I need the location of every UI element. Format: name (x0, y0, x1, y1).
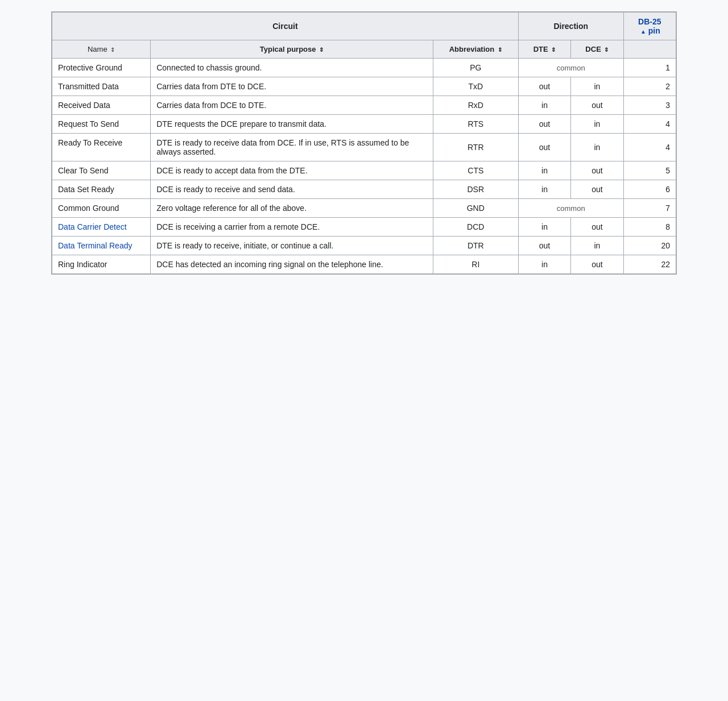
name-sort-icon: ⇕ (110, 47, 115, 53)
direction-header: Direction (518, 13, 623, 40)
purpose-sort-icon: ⇕ (319, 47, 324, 53)
table-row: Transmitted DataCarries data from DTE to… (52, 77, 676, 96)
pin-cell: 7 (623, 199, 676, 218)
dce-cell: in (571, 77, 623, 96)
purpose-cell: DCE is ready to receive and send data. (151, 180, 433, 199)
dte-cell: out (518, 237, 570, 255)
abbr-cell: DTR (433, 237, 518, 255)
purpose-cell: Zero voltage reference for all of the ab… (151, 199, 433, 218)
table-row: Request To SendDTE requests the DCE prep… (52, 115, 676, 134)
name-cell[interactable]: Data Terminal Ready (52, 237, 151, 255)
dte-sort-icon: ⇕ (551, 47, 556, 53)
pin-cell: 4 (623, 134, 676, 161)
pin-cell: 8 (623, 218, 676, 237)
table-row: Protective GroundConnected to chassis gr… (52, 59, 676, 77)
table-row: Data Set ReadyDCE is ready to receive an… (52, 180, 676, 199)
dte-cell: out (518, 77, 570, 96)
abbr-cell: RTR (433, 134, 518, 161)
col-dce-header[interactable]: DCE ⇕ (571, 40, 623, 59)
abbr-cell: TxD (433, 77, 518, 96)
col-purpose-header[interactable]: Typical purpose ⇕ (151, 40, 433, 59)
col-abbr-header[interactable]: Abbreviation ⇕ (433, 40, 518, 59)
purpose-cell: Carries data from DTE to DCE. (151, 77, 433, 96)
table-row: Clear To SendDCE is ready to accept data… (52, 161, 676, 180)
dce-cell: in (571, 134, 623, 161)
dte-cell: in (518, 161, 570, 180)
abbr-cell: GND (433, 199, 518, 218)
abbr-cell: CTS (433, 161, 518, 180)
col-dte-header[interactable]: DTE ⇕ (518, 40, 570, 59)
common-cell: common (518, 199, 623, 218)
purpose-cell: DTE is ready to receive, initiate, or co… (151, 237, 433, 255)
db25-label[interactable]: DB-25 (638, 17, 661, 26)
circuit-header: Circuit (52, 13, 519, 40)
db25-header: DB-25 ▲ pin (623, 13, 676, 40)
pin-cell: 6 (623, 180, 676, 199)
dce-sort-icon: ⇕ (604, 47, 609, 53)
name-cell: Received Data (52, 96, 151, 115)
pin-cell: 2 (623, 77, 676, 96)
abbr-cell: RI (433, 255, 518, 274)
table-row: Received DataCarries data from DCE to DT… (52, 96, 676, 115)
pin-cell: 1 (623, 59, 676, 77)
name-cell: Protective Ground (52, 59, 151, 77)
abbr-cell: DSR (433, 180, 518, 199)
purpose-cell: Connected to chassis ground. (151, 59, 433, 77)
name-cell[interactable]: Data Carrier Detect (52, 218, 151, 237)
dce-cell: out (571, 218, 623, 237)
purpose-cell: DTE is ready to receive data from DCE. I… (151, 134, 433, 161)
dte-cell: in (518, 96, 570, 115)
table-row: Data Terminal ReadyDTE is ready to recei… (52, 237, 676, 255)
purpose-cell: DCE is ready to accept data from the DTE… (151, 161, 433, 180)
dce-cell: out (571, 255, 623, 274)
common-cell: common (518, 59, 623, 77)
pin-cell: 22 (623, 255, 676, 274)
table-row: Ready To ReceiveDTE is ready to receive … (52, 134, 676, 161)
abbr-cell: RxD (433, 96, 518, 115)
pin-cell: 4 (623, 115, 676, 134)
dce-cell: out (571, 180, 623, 199)
dte-cell: out (518, 115, 570, 134)
circuit-label: Circuit (272, 22, 297, 31)
col-pin-header (623, 40, 676, 59)
dce-cell: in (571, 237, 623, 255)
name-cell: Ready To Receive (52, 134, 151, 161)
name-link[interactable]: Data Terminal Ready (58, 241, 144, 250)
name-link[interactable]: Data Carrier Detect (58, 222, 144, 231)
pin-cell: 3 (623, 96, 676, 115)
abbr-cell: RTS (433, 115, 518, 134)
dte-cell: out (518, 134, 570, 161)
table-row: Data Carrier DetectDCE is receiving a ca… (52, 218, 676, 237)
pin-cell: 20 (623, 237, 676, 255)
abbr-cell: PG (433, 59, 518, 77)
name-cell: Clear To Send (52, 161, 151, 180)
table-row: Ring IndicatorDCE has detected an incomi… (52, 255, 676, 274)
table-row: Common GroundZero voltage reference for … (52, 199, 676, 218)
db25-sub-label: pin (648, 26, 660, 35)
purpose-cell: Carries data from DCE to DTE. (151, 96, 433, 115)
dce-cell: out (571, 96, 623, 115)
direction-label: Direction (553, 22, 588, 31)
purpose-cell: DTE requests the DCE prepare to transmit… (151, 115, 433, 134)
dte-cell: in (518, 180, 570, 199)
abbr-sort-icon: ⇕ (498, 47, 502, 53)
dte-cell: in (518, 218, 570, 237)
name-cell: Common Ground (52, 199, 151, 218)
name-cell: Request To Send (52, 115, 151, 134)
purpose-cell: DCE has detected an incoming ring signal… (151, 255, 433, 274)
dce-cell: in (571, 115, 623, 134)
name-cell: Ring Indicator (52, 255, 151, 274)
abbr-cell: DCD (433, 218, 518, 237)
name-cell: Data Set Ready (52, 180, 151, 199)
pin-cell: 5 (623, 161, 676, 180)
col-name-header[interactable]: Name ⇕ (52, 40, 151, 59)
purpose-cell: DCE is receiving a carrier from a remote… (151, 218, 433, 237)
dte-cell: in (518, 255, 570, 274)
name-cell: Transmitted Data (52, 77, 151, 96)
dce-cell: out (571, 161, 623, 180)
